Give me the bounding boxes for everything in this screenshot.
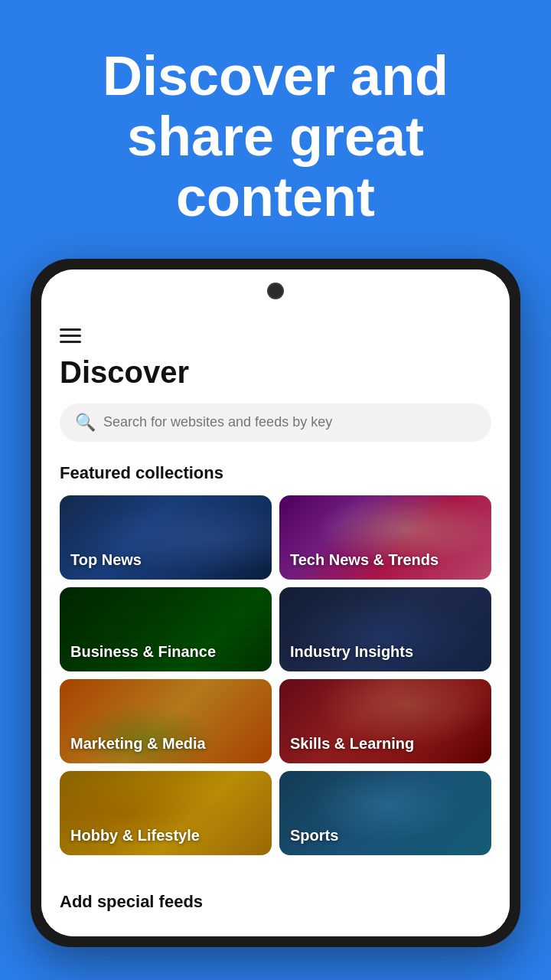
collections-grid: Top News Tech News & Trends Business & F… [60,495,491,855]
card-label-hobby: Hobby & Lifestyle [70,826,261,844]
card-label-top-news: Top News [70,550,261,569]
add-feeds-title: Add special feeds [60,892,491,912]
page-title: Discover [60,355,491,390]
phone-body: Discover 🔍 Featured collections Top News [31,259,520,947]
collection-card-skills[interactable]: Skills & Learning [279,679,491,763]
hero-section: Discover and share great content [0,0,551,259]
card-label-business: Business & Finance [70,642,261,661]
collection-card-sports[interactable]: Sports [279,771,491,855]
featured-collections-title: Featured collections [60,463,491,483]
app-content: Discover 🔍 Featured collections Top News [41,312,510,892]
collection-card-top-news[interactable]: Top News [60,495,272,580]
card-label-marketing: Marketing & Media [70,734,261,753]
phone-frame: Discover 🔍 Featured collections Top News [31,259,520,947]
card-label-sports: Sports [290,826,481,844]
search-icon: 🔍 [75,413,96,433]
collection-card-hobby[interactable]: Hobby & Lifestyle [60,771,272,855]
phone-screen: Discover 🔍 Featured collections Top News [41,270,510,936]
collection-card-industry[interactable]: Industry Insights [279,587,491,671]
collection-card-business[interactable]: Business & Finance [60,587,272,671]
phone-notch [41,270,510,312]
card-label-skills: Skills & Learning [290,734,481,753]
add-special-feeds-section: Add special feeds [41,892,510,936]
card-label-industry: Industry Insights [290,642,481,661]
phone-camera [267,283,284,299]
card-label-tech-news: Tech News & Trends [290,550,481,569]
search-input[interactable] [103,414,476,430]
menu-button[interactable] [60,328,491,343]
collection-card-tech-news[interactable]: Tech News & Trends [279,495,491,580]
search-bar[interactable]: 🔍 [60,403,491,442]
collection-card-marketing[interactable]: Marketing & Media [60,679,272,763]
hero-title: Discover and share great content [31,46,520,228]
